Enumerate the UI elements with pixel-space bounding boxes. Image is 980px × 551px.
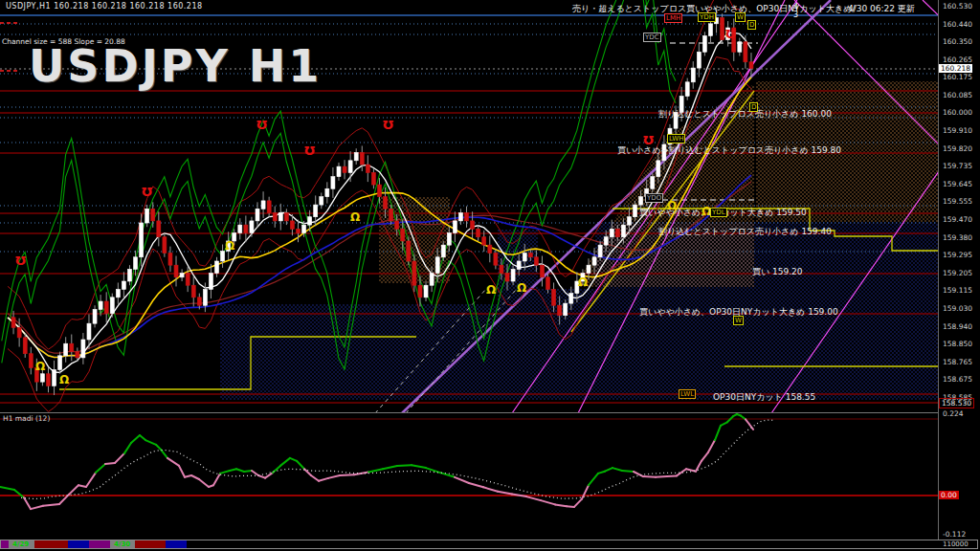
sell-marker-icon: Ʊ (383, 121, 393, 130)
pivot-box-label-ydl: YDL (710, 208, 727, 217)
session-segment (34, 540, 68, 548)
axis-label: 160.350 (943, 37, 972, 46)
osc-min-label: -0.112 (943, 530, 966, 539)
sub-indicator-label: H1 madi (12) (3, 414, 50, 423)
axis-label: 159.205 (943, 269, 972, 277)
axis-label: 159.470 (943, 215, 972, 224)
count-marker: 3 (793, 11, 798, 19)
session-segment (89, 540, 110, 548)
pivot-box-label-ydh: YDH (698, 12, 716, 22)
axis-label: 159.645 (943, 180, 972, 188)
symbol-watermark: USDJPY H1 (29, 40, 322, 92)
axis-label: 160.530 (943, 2, 972, 11)
buy-marker-icon: Ω (517, 283, 526, 293)
axis-label: 159.380 (943, 233, 972, 242)
pivot-box-label-d: D (749, 102, 758, 112)
trade-level-annotation: OP30日NYカット 158.55 (713, 391, 815, 404)
pivot-box-label-w: W (733, 316, 744, 325)
pivot-box-label-lwh: LWH (667, 134, 685, 143)
session-date-label: 4/30 (114, 540, 130, 548)
sell-marker-icon: Ʊ (256, 121, 267, 130)
axis-label: 159.295 (943, 251, 972, 259)
osc-max-label: 0.224 (943, 409, 963, 418)
axis-label: 158.940 (943, 322, 972, 331)
current-price-tag: 160.218 (939, 64, 972, 73)
axis-label: 158.765 (943, 358, 972, 366)
sell-marker-icon: Ʊ (142, 187, 152, 197)
pivot-box-label-lmh: LMH (664, 13, 682, 23)
sell-marker-icon: Ʊ (304, 146, 315, 156)
trade-level-annotation: 割り込むとストップロス売り小さめ 160.00 (658, 108, 832, 121)
mt4-chart-window: USDJPY,H1 160.218 160.218 160.218 160.21… (0, 0, 980, 551)
pivot-box-label-w: W (735, 12, 746, 22)
pivot-box-label-d: D (747, 20, 756, 30)
bar-count-label: 110000 (943, 540, 969, 548)
axis-label: 158.850 (943, 340, 972, 348)
kumo-cloud-layer (220, 81, 938, 400)
sell-marker-icon: Ʊ (15, 256, 26, 266)
pivot-box-label-ydo: YDO (645, 193, 663, 203)
buy-marker-icon: Ω (59, 375, 69, 385)
session-segment (1, 540, 9, 548)
session-segment (68, 540, 89, 548)
axis-label: 159.115 (943, 286, 972, 295)
chart-title-ohlc: USDJPY,H1 160.218 160.218 160.218 160.21… (6, 2, 203, 11)
pivot-box-label-lwl: LWL (679, 389, 696, 399)
session-segment (166, 540, 187, 548)
bottom-price-tag: 158.530 (939, 398, 974, 408)
axis-label: 159.820 (943, 144, 972, 153)
trade-level-annotation: 割り込むとストップロス売り小さめ 159.40 (658, 226, 832, 238)
price-axis-border (938, 0, 939, 549)
buy-marker-icon: Ω (486, 285, 496, 295)
oscillator-pane[interactable] (0, 413, 938, 540)
axis-label: 159.555 (943, 197, 972, 206)
axis-label: 160.000 (943, 108, 972, 117)
session-segment (135, 540, 166, 548)
sell-marker-icon: Ʊ (725, 30, 736, 39)
pivot-box-label-ydc: YDC (643, 33, 661, 42)
axis-label: 159.910 (943, 126, 972, 135)
pane-separator[interactable] (0, 412, 939, 413)
buy-marker-icon: Ω (35, 362, 45, 371)
axis-label: 160.440 (943, 20, 972, 29)
buy-marker-icon: Ω (225, 241, 234, 251)
axis-label: 159.735 (943, 162, 972, 170)
osc-zero-tag: 0.00 (939, 491, 959, 499)
buy-marker-icon: Ω (578, 277, 588, 287)
session-timeline-bar[interactable]: 4/294/30 (0, 540, 978, 549)
updated-timestamp: 4/30 06:22 更新 (848, 3, 915, 15)
trade-level-annotation: 買い小さめ→割り込むとストップロス売り小さめ 159.80 (617, 144, 841, 157)
axis-label: 158.675 (943, 375, 972, 384)
session-date-label: 4/29 (12, 540, 29, 548)
axis-label: 160.085 (943, 91, 972, 99)
buy-marker-icon: Ω (350, 212, 360, 222)
oscillator-layer (0, 414, 938, 509)
trade-level-annotation: 買い 159.20 (752, 266, 803, 278)
axis-label: 160.175 (943, 73, 972, 81)
axis-label: 159.030 (943, 304, 972, 313)
